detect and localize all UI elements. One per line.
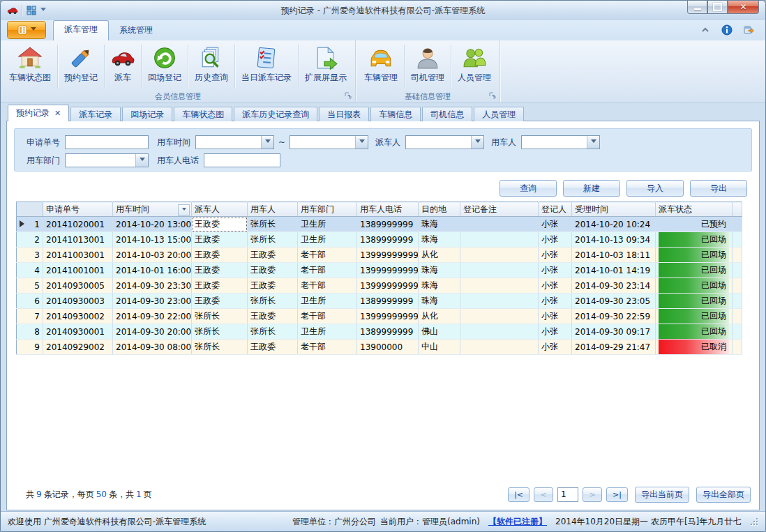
ribbon-button[interactable]: 预约登记 [58,43,104,90]
cell-request_no[interactable]: 20140930005 [43,278,113,294]
cell-remark[interactable] [460,324,539,340]
cell-dispatcher[interactable]: 王政委 [192,263,248,278]
cell-accept_time[interactable]: 2014-10-03 18:11 [572,248,656,263]
cell-dispatcher[interactable]: 王政委 [192,294,248,309]
table-row[interactable]: 2201410130012014-10-13 15:00王政委张所长卫生所138… [17,232,742,248]
row-indicator[interactable]: 5 [17,278,43,294]
ribbon-tab-dispatch[interactable]: 派车管理 [53,20,109,40]
use-time-to-combo[interactable] [290,135,368,149]
cell-registrar[interactable]: 小张 [539,309,572,324]
cell-dispatcher[interactable]: 张所长 [192,309,248,324]
cell-registrar[interactable]: 小张 [539,294,572,309]
cell-accept_time[interactable]: 2014-09-30 22:59 [572,309,656,324]
column-header-use_time[interactable]: 用车时间 [113,202,192,217]
doc-tab[interactable]: 当日报表 [319,107,369,121]
cell-registrar[interactable]: 小张 [539,263,572,278]
cell-remark[interactable] [460,309,539,324]
ribbon-button[interactable]: 扩展屏显示 [299,43,353,90]
info-icon[interactable] [721,24,733,36]
cell-user[interactable]: 张所长 [248,324,298,340]
ribbon-button[interactable]: 车辆状态图 [3,43,57,90]
collapse-ribbon-icon[interactable] [700,24,711,36]
cell-registrar[interactable]: 小张 [539,324,572,340]
table-row[interactable]: 9201409290022014-09-30 08:00张所长王政委老干部139… [17,340,742,355]
cell-request_no[interactable]: 20140930003 [43,294,113,309]
cell-department[interactable]: 卫生所 [298,232,357,248]
ribbon-tab-system[interactable]: 系统管理 [109,21,163,40]
import-button[interactable]: 导入 [626,180,684,197]
cell-accept_time[interactable]: 2014-10-01 14:19 [572,263,656,278]
cell-dispatcher[interactable]: 张所长 [192,324,248,340]
cell-phone[interactable]: 1389999999 [357,232,419,248]
first-page-button[interactable]: |< [508,487,530,502]
chevron-down-icon[interactable] [471,136,483,149]
cell-registrar[interactable]: 小张 [539,278,572,294]
table-row[interactable]: 8201409300012014-09-30 20:00张所长张所长卫生所138… [17,324,742,340]
column-header-request_no[interactable]: 申请单号 [43,202,113,217]
cell-phone[interactable]: 1389999999 [357,217,419,232]
table-row[interactable]: 1201410200012014-10-20 13:00王政委张所长卫生所138… [17,217,742,232]
table-row[interactable]: 5201409300052014-09-30 23:30王政委王政委老干部139… [17,278,742,294]
cell-user[interactable]: 王政委 [248,278,298,294]
cell-accept_time[interactable]: 2014-09-29 21:47 [572,340,656,355]
cell-request_no[interactable]: 20141003001 [43,248,113,263]
cell-registrar[interactable]: 小张 [539,232,572,248]
cell-user[interactable]: 张所长 [248,294,298,309]
cell-department[interactable]: 老干部 [298,309,357,324]
cell-remark[interactable] [460,217,539,232]
cell-destination[interactable]: 珠海 [419,263,460,278]
cell-remark[interactable] [460,263,539,278]
column-header-remark[interactable]: 登记备注 [460,202,539,217]
cell-status[interactable]: 已回场 [656,278,733,294]
cell-use_time[interactable]: 2014-10-01 16:00 [113,263,192,278]
row-indicator[interactable]: 2 [17,232,43,248]
table-row[interactable]: 4201410010012014-10-01 16:00王政委王政委老干部139… [17,263,742,278]
cell-user[interactable]: 王政委 [248,263,298,278]
cell-destination[interactable]: 珠海 [419,217,460,232]
prev-page-button[interactable]: < [534,487,553,502]
cell-registrar[interactable]: 小张 [539,248,572,263]
cell-user[interactable]: 张所长 [248,232,298,248]
cell-phone[interactable]: 1389999999 [357,294,419,309]
close-button[interactable]: ✕ [728,1,759,14]
next-page-button[interactable]: > [583,487,602,502]
column-header-phone[interactable]: 用车人电话 [357,202,419,217]
column-header-registrar[interactable]: 登记人 [539,202,572,217]
minimize-button[interactable] [687,1,707,14]
cell-department[interactable]: 老干部 [298,278,357,294]
layout-grid-icon[interactable] [26,5,37,16]
column-header-accept_time[interactable]: 受理时间 [572,202,656,217]
cell-status[interactable]: 已回场 [656,263,733,278]
cell-phone[interactable]: 1389999999 [357,324,419,340]
cell-destination[interactable]: 珠海 [419,232,460,248]
cell-status[interactable]: 已回场 [656,248,733,263]
column-header-department[interactable]: 用车部门 [298,202,357,217]
cell-registrar[interactable]: 小张 [539,340,572,355]
cell-status[interactable]: 已回场 [656,309,733,324]
cell-dispatcher[interactable]: 王政委 [192,232,248,248]
row-indicator[interactable]: 1 [17,217,43,232]
cell-department[interactable]: 卫生所 [298,294,357,309]
column-header-dispatcher[interactable]: 派车人 [192,202,248,217]
cell-phone[interactable]: 13900000 [357,340,419,355]
cell-request_no[interactable]: 20140930001 [43,324,113,340]
ribbon-button[interactable]: 当日派车记录 [235,43,298,90]
table-row[interactable]: 7201409300022014-09-30 22:00张所长王政委老干部139… [17,309,742,324]
cell-remark[interactable] [460,340,539,355]
doc-tab[interactable]: 回场记录 [122,107,172,121]
export-button[interactable]: 导出 [690,180,747,197]
cell-request_no[interactable]: 20141001001 [43,263,113,278]
table-row[interactable]: 3201410030012014-10-03 20:00王政委王政委老干部139… [17,248,742,263]
doc-tab[interactable]: 车辆信息 [370,107,421,121]
dialog-launcher-icon[interactable] [345,92,352,100]
cell-user[interactable]: 张所长 [248,217,298,232]
ribbon-button[interactable]: 派车 [105,43,141,90]
logout-icon[interactable] [743,24,754,36]
close-tab-icon[interactable]: ✕ [54,109,61,118]
cell-use_time[interactable]: 2014-10-03 20:00 [113,248,192,263]
cell-destination[interactable]: 佛山 [419,324,460,340]
cell-destination[interactable]: 从化 [419,309,460,324]
cell-dispatcher[interactable]: 王政委 [192,217,248,232]
cell-destination[interactable]: 珠海 [419,294,460,309]
sort-filter-button[interactable] [178,204,190,216]
